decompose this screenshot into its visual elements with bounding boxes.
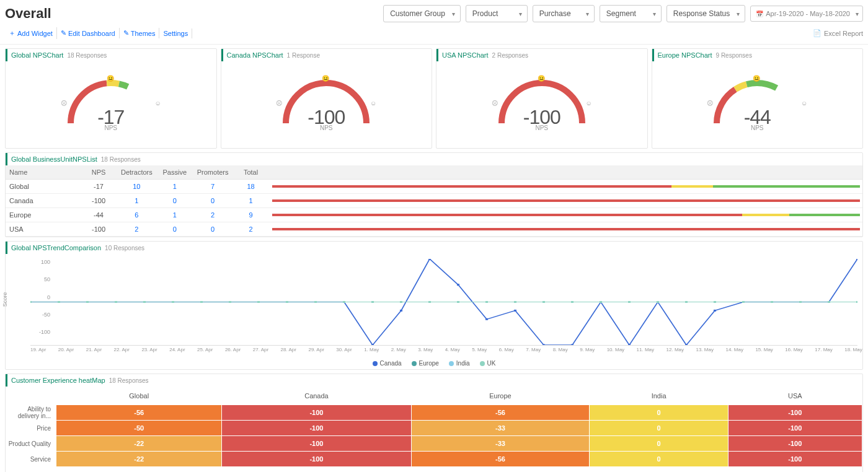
heat-cell[interactable]: -100 [728,452,862,466]
heat-cell[interactable]: -33 [412,436,590,451]
nps-list-card: Global BusinessUnitNPSList 18 Responses … [5,152,863,237]
nps-col-header: Detractors [117,165,156,180]
neutral-face-icon: 😐 [538,75,545,82]
heat-cell[interactable]: -100 [222,405,410,420]
heat-cell[interactable]: -100 [728,421,862,435]
heat-cell[interactable]: -33 [412,421,590,435]
filter-segment[interactable]: Segment [600,5,662,22]
svg-rect-105 [457,301,459,303]
heat-cell[interactable]: -100 [222,436,410,451]
filter-response-status[interactable]: Response Status [666,5,745,22]
add-widget-label: Add Widget [17,30,53,37]
legend-item[interactable]: India [449,360,470,367]
table-row[interactable]: Canada -100 1 0 0 1 [6,194,862,208]
filter-customer-group[interactable]: Customer Group [383,5,461,22]
add-widget-button[interactable]: ＋Add Widget [5,27,57,39]
nps-col-header: Total [232,165,270,180]
nps-card-title: Global NPSChart [11,51,63,59]
legend-item[interactable]: UK [480,360,496,367]
heat-cell[interactable]: -22 [56,436,221,451]
heat-col: India [590,387,727,404]
row-total[interactable]: 18 [232,180,270,194]
svg-rect-23 [685,344,688,345]
excel-report-button[interactable]: 📄Excel Report [813,29,863,37]
heat-cell[interactable]: -56 [412,405,590,420]
themes-button[interactable]: ✎Themes [120,28,160,38]
row-total[interactable]: 2 [232,222,270,237]
row-passive[interactable]: 0 [156,194,193,208]
heat-col: USA [728,387,862,404]
neutral-face-icon: 😐 [322,75,329,82]
nps-label: NPS [273,125,379,131]
row-total[interactable]: 1 [232,194,270,208]
nps-gauge: ☹ 😐 ☺ -100 NPS [221,61,432,148]
svg-rect-119 [856,301,857,303]
row-detractors[interactable]: 6 [117,208,156,222]
row-promoters[interactable]: 2 [193,208,232,222]
table-row[interactable]: Global -17 10 1 7 18 [6,180,862,194]
heat-cell[interactable]: 0 [590,421,727,435]
svg-rect-14 [428,259,431,260]
svg-rect-115 [742,301,745,303]
heat-cell[interactable]: -100 [728,405,862,420]
heat-cell[interactable]: -56 [56,405,221,420]
svg-rect-18 [542,344,545,345]
row-passive[interactable]: 0 [156,222,193,237]
svg-rect-95 [172,301,174,303]
heatmap-table: GlobalCanadaEuropeIndiaUSAAbility to del… [6,387,862,467]
row-passive[interactable]: 1 [156,180,193,194]
brush-icon: ✎ [123,29,129,37]
heat-cell[interactable]: -50 [56,421,221,435]
edit-dashboard-button[interactable]: ✎Edit Dashboard [57,28,120,38]
neutral-face-icon: 😐 [753,75,760,82]
row-detractors[interactable]: 1 [117,194,156,208]
trend-legend: CanadaEuropeIndiaUK [6,356,862,369]
svg-rect-111 [628,301,631,303]
row-total[interactable]: 9 [232,208,270,222]
heatmap-title: Customer Experience heatMap [11,377,105,384]
nps-card-sub: 2 Responses [492,52,528,59]
date-range-picker[interactable]: Apr-19-2020 - May-18-2020 [750,6,863,22]
heat-cell[interactable]: 0 [590,452,727,466]
heat-cell[interactable]: -100 [222,452,410,466]
trend-sub: 10 Responses [105,245,144,251]
svg-rect-92 [86,301,89,303]
table-row[interactable]: USA -100 2 0 0 2 [6,222,862,237]
row-promoters[interactable]: 0 [193,222,232,237]
settings-button[interactable]: Settings [159,28,192,38]
nps-col-header: Passive [156,165,193,180]
svg-rect-112 [657,301,659,303]
row-promoters[interactable]: 0 [193,194,232,208]
row-passive[interactable]: 1 [156,208,193,222]
nps-card: Global NPSChart18 Responses ☹ 😐 ☺ -17 NP… [5,48,217,149]
filter-product[interactable]: Product [466,5,528,22]
heat-cell[interactable]: -56 [412,452,590,466]
heat-cell[interactable]: 0 [590,405,727,420]
row-detractors[interactable]: 2 [117,222,156,237]
legend-item[interactable]: Europe [412,360,439,367]
svg-rect-107 [514,301,516,303]
nps-card-sub: 18 Responses [67,52,107,59]
legend-dot-icon [412,361,417,366]
heat-row-label: Price [6,421,56,435]
trend-plot[interactable]: 100500-50-100 [30,259,857,346]
filter-purchase[interactable]: Purchase [533,5,595,22]
row-promoters[interactable]: 7 [193,180,232,194]
table-row[interactable]: Europe -44 6 1 2 9 [6,208,862,222]
heat-cell[interactable]: 0 [590,436,727,451]
row-detractors[interactable]: 10 [117,180,156,194]
svg-rect-16 [485,318,488,320]
row-bar [270,180,863,194]
heat-cell[interactable]: -100 [728,436,862,451]
svg-rect-15 [457,284,459,286]
legend-item[interactable]: Canada [373,360,402,367]
nps-col-header: Name [6,165,80,180]
nps-col-header: NPS [80,165,117,180]
heat-cell[interactable]: -100 [222,421,410,435]
svg-rect-102 [371,301,374,303]
svg-rect-12 [371,344,374,345]
svg-rect-101 [343,301,345,303]
svg-rect-104 [428,301,431,303]
heat-cell[interactable]: -22 [56,452,221,466]
svg-rect-110 [600,301,602,303]
